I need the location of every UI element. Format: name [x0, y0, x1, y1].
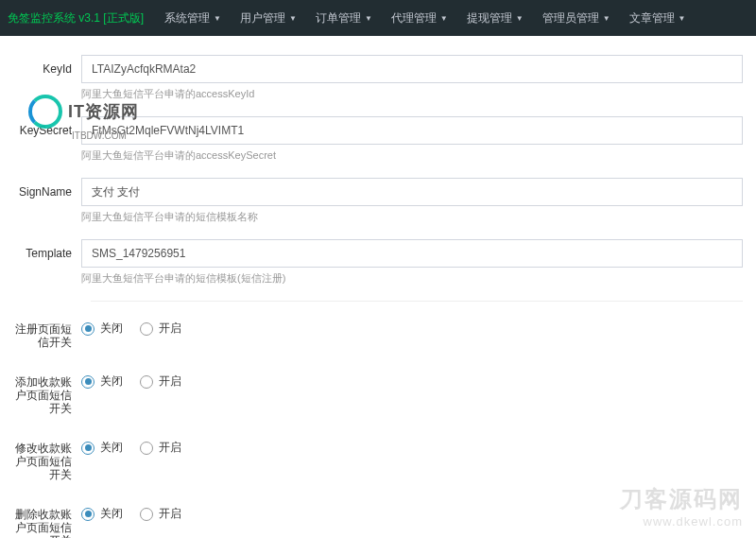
nav-order[interactable]: 订单管理▼	[306, 10, 382, 26]
nav-admin[interactable]: 管理员管理▼	[533, 10, 620, 26]
radio-on-label: 开启	[159, 321, 181, 337]
switch-row: 修改收款账户页面短信开关 关闭 开启	[13, 434, 743, 481]
label-keyid: KeyId	[13, 55, 81, 111]
radio-group: 关闭 开启	[81, 368, 743, 390]
radio-off[interactable]: 关闭	[81, 440, 123, 456]
switch-row: 注册页面短信开关 关闭 开启	[13, 315, 743, 349]
radio-icon	[81, 508, 94, 521]
radio-off[interactable]: 关闭	[81, 373, 123, 390]
radio-icon	[81, 442, 94, 455]
radio-on[interactable]: 开启	[140, 506, 181, 522]
label-keysecret: KeySecret	[13, 116, 81, 172]
radio-off-label: 关闭	[100, 440, 123, 456]
switch-label: 删除收款账户页面短信开关	[13, 500, 81, 538]
radio-off[interactable]: 关闭	[81, 321, 123, 337]
radio-off-label: 关闭	[100, 321, 123, 337]
nav-agent[interactable]: 代理管理▼	[382, 10, 457, 26]
caret-down-icon: ▼	[214, 14, 221, 23]
row-keysecret: KeySecret 阿里大鱼短信平台申请的accessKeySecret	[13, 116, 743, 172]
radio-icon	[140, 322, 153, 336]
radio-on[interactable]: 开启	[140, 321, 181, 337]
switch-row: 添加收款账户页面短信开关 关闭 开启	[13, 368, 743, 415]
label-template: Template	[13, 239, 81, 295]
switch-label: 注册页面短信开关	[13, 315, 81, 349]
help-template: 阿里大鱼短信平台申请的短信模板(短信注册)	[81, 271, 743, 286]
nav-system[interactable]: 系统管理▼	[155, 10, 231, 26]
switch-label: 修改收款账户页面短信开关	[13, 434, 81, 481]
row-keyid: KeyId 阿里大鱼短信平台申请的accessKeyId	[13, 55, 743, 111]
row-template: Template 阿里大鱼短信平台申请的短信模板(短信注册)	[13, 239, 743, 295]
help-keysecret: 阿里大鱼短信平台申请的accessKeySecret	[81, 148, 743, 163]
caret-down-icon: ▼	[365, 14, 372, 23]
help-signname: 阿里大鱼短信平台申请的短信模板名称	[81, 210, 743, 224]
top-navbar: 免签监控系统 v3.1 [正式版] 系统管理▼ 用户管理▼ 订单管理▼ 代理管理…	[0, 0, 756, 36]
input-keyid[interactable]	[81, 55, 743, 83]
caret-down-icon: ▼	[679, 14, 686, 23]
input-template[interactable]	[81, 239, 743, 268]
radio-on[interactable]: 开启	[140, 373, 181, 390]
nav-user[interactable]: 用户管理▼	[231, 10, 306, 26]
caret-down-icon: ▼	[516, 14, 524, 23]
radio-on[interactable]: 开启	[140, 440, 181, 456]
input-keysecret[interactable]	[81, 116, 743, 145]
separator	[91, 301, 743, 302]
nav-article[interactable]: 文章管理▼	[620, 10, 696, 26]
radio-on-label: 开启	[159, 506, 181, 522]
radio-icon	[140, 442, 153, 455]
nav-withdraw[interactable]: 提现管理▼	[457, 10, 533, 26]
radio-group: 关闭 开启	[81, 315, 743, 337]
switch-label: 添加收款账户页面短信开关	[13, 368, 81, 415]
radio-off-label: 关闭	[100, 506, 123, 522]
radio-group: 关闭 开启	[81, 500, 743, 522]
input-signname[interactable]	[81, 178, 743, 206]
caret-down-icon: ▼	[440, 14, 448, 23]
row-signname: SignName 阿里大鱼短信平台申请的短信模板名称	[13, 178, 743, 234]
radio-icon	[81, 322, 94, 336]
help-keyid: 阿里大鱼短信平台申请的accessKeyId	[81, 87, 743, 101]
switch-row: 删除收款账户页面短信开关 关闭 开启	[13, 500, 743, 538]
radio-icon	[140, 375, 153, 389]
radio-icon	[81, 375, 94, 389]
radio-off-label: 关闭	[100, 373, 123, 390]
label-signname: SignName	[13, 178, 81, 234]
watermark-sub: ITBDW.COM	[72, 130, 127, 141]
caret-down-icon: ▼	[289, 14, 297, 23]
radio-icon	[140, 508, 153, 521]
radio-on-label: 开启	[159, 373, 181, 390]
radio-off[interactable]: 关闭	[81, 506, 123, 522]
radio-group: 关闭 开启	[81, 434, 743, 456]
radio-on-label: 开启	[159, 440, 181, 456]
caret-down-icon: ▼	[603, 14, 610, 23]
settings-form: KeyId 阿里大鱼短信平台申请的accessKeyId KeySecret 阿…	[0, 36, 756, 538]
app-title: 免签监控系统 v3.1 [正式版]	[8, 10, 144, 26]
